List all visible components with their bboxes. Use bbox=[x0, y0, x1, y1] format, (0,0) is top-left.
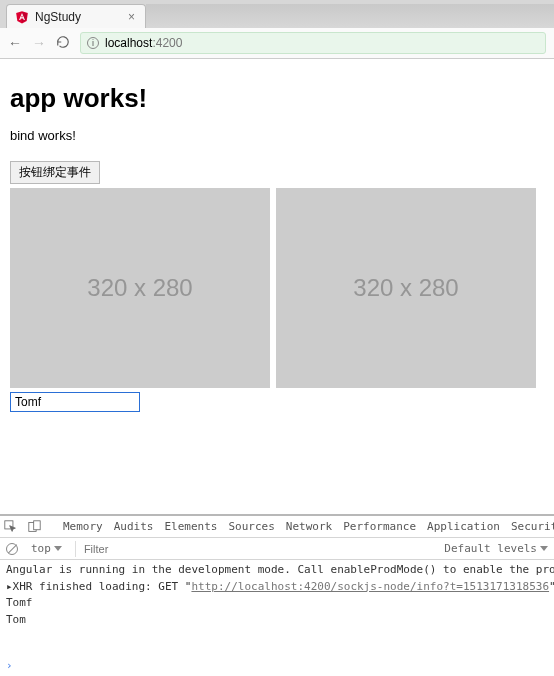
console-prompt[interactable]: › bbox=[0, 658, 554, 676]
tab-sources[interactable]: Sources bbox=[228, 520, 274, 533]
context-selector[interactable]: top bbox=[26, 540, 67, 557]
browser-chrome: NgStudy × ← → i localhost:4200 bbox=[0, 0, 554, 59]
tab-network[interactable]: Network bbox=[286, 520, 332, 533]
forward-button: → bbox=[32, 36, 46, 50]
console-line: Angular is running in the development mo… bbox=[6, 562, 548, 579]
log-levels-selector[interactable]: Default levels bbox=[444, 542, 548, 555]
console-url[interactable]: http://localhost:4200/sockjs-node/info?t… bbox=[191, 580, 549, 593]
tab-security[interactable]: Security bbox=[511, 520, 554, 533]
url-text: localhost:4200 bbox=[105, 36, 182, 50]
devtools-filter-bar: top Default levels bbox=[0, 538, 554, 560]
tab-title: NgStudy bbox=[35, 10, 81, 24]
inspect-element-icon[interactable] bbox=[4, 520, 17, 533]
name-input[interactable] bbox=[10, 392, 140, 412]
page-heading: app works! bbox=[10, 83, 544, 114]
console-line: Tomf bbox=[6, 595, 548, 612]
tab-elements[interactable]: Elements bbox=[165, 520, 218, 533]
nav-bar: ← → i localhost:4200 bbox=[0, 28, 554, 58]
tab-performance[interactable]: Performance bbox=[343, 520, 416, 533]
tab-strip-bg bbox=[146, 4, 554, 28]
chevron-down-icon bbox=[54, 546, 62, 551]
close-icon[interactable]: × bbox=[128, 10, 135, 24]
console-text: ". bbox=[549, 580, 554, 593]
devtools-tabs: Memory Audits Elements Sources Network P… bbox=[0, 516, 554, 538]
console-line: Tom bbox=[6, 612, 548, 629]
site-info-icon[interactable]: i bbox=[87, 37, 99, 49]
tab-memory[interactable]: Memory bbox=[63, 520, 103, 533]
image-row: 320 x 280 320 x 280 bbox=[10, 188, 544, 388]
address-bar[interactable]: i localhost:4200 bbox=[80, 32, 546, 54]
chevron-down-icon bbox=[540, 546, 548, 551]
tab-application[interactable]: Application bbox=[427, 520, 500, 533]
levels-label: Default levels bbox=[444, 542, 537, 555]
device-toggle-icon[interactable] bbox=[28, 520, 41, 533]
tab-strip: NgStudy × bbox=[0, 0, 554, 28]
context-label: top bbox=[31, 542, 51, 555]
page-content: app works! bind works! 按钮绑定事件 320 x 280 … bbox=[0, 59, 554, 412]
devtools-panel: Memory Audits Elements Sources Network P… bbox=[0, 514, 554, 676]
back-button[interactable]: ← bbox=[8, 36, 22, 50]
tab-audits[interactable]: Audits bbox=[114, 520, 154, 533]
console-filter-input[interactable] bbox=[84, 543, 436, 555]
reload-button[interactable] bbox=[56, 35, 70, 51]
prompt-caret-icon: › bbox=[6, 659, 13, 672]
browser-tab[interactable]: NgStudy × bbox=[6, 4, 146, 28]
console-line: ▸XHR finished loading: GET "http://local… bbox=[6, 579, 548, 596]
svg-rect-4 bbox=[34, 521, 41, 530]
clear-console-icon[interactable] bbox=[6, 543, 18, 555]
angular-icon bbox=[15, 10, 29, 24]
event-bind-button[interactable]: 按钮绑定事件 bbox=[10, 161, 100, 184]
console-text: ▸XHR finished loading: GET " bbox=[6, 580, 191, 593]
placeholder-image-2: 320 x 280 bbox=[276, 188, 536, 388]
separator bbox=[75, 541, 76, 557]
page-paragraph: bind works! bbox=[10, 128, 544, 143]
console-output: Angular is running in the development mo… bbox=[0, 560, 554, 658]
placeholder-image-1: 320 x 280 bbox=[10, 188, 270, 388]
